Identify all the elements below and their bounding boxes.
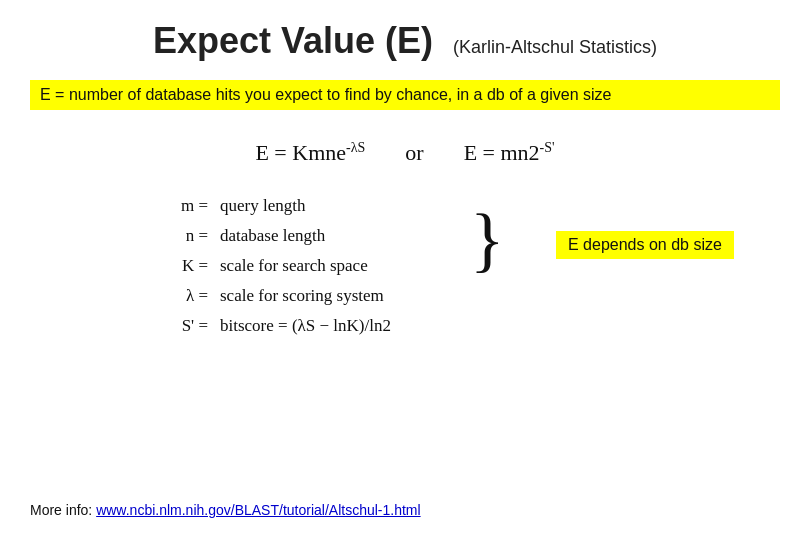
def-key-3: λ = xyxy=(160,286,220,306)
curly-brace-icon: } xyxy=(470,203,505,275)
def-val-2: scale for search space xyxy=(220,256,440,276)
highlight-bar: E = number of database hits you expect t… xyxy=(30,80,780,110)
more-info-prefix: More info: xyxy=(30,502,96,518)
depends-box: E depends on db size xyxy=(556,231,734,259)
def-val-1: database length xyxy=(220,226,440,246)
formula1: E = Kmne-λS xyxy=(255,140,365,166)
or-text: or xyxy=(405,140,423,166)
formula2-superscript: -S' xyxy=(540,140,555,155)
def-val-4: bitscore = (λS − lnK)/ln2 xyxy=(220,316,440,336)
formula2: E = mn2-S' xyxy=(464,140,555,166)
definitions-table: m =query lengthn =database lengthK =scal… xyxy=(160,196,440,336)
subtitle: (Karlin-Altschul Statistics) xyxy=(453,37,657,58)
def-key-2: K = xyxy=(160,256,220,276)
brace-depends-group: } E depends on db size xyxy=(470,221,650,301)
def-key-0: m = xyxy=(160,196,220,216)
def-val-3: scale for scoring system xyxy=(220,286,440,306)
more-info-link[interactable]: www.ncbi.nlm.nih.gov/BLAST/tutorial/Alts… xyxy=(96,502,420,518)
def-key-1: n = xyxy=(160,226,220,246)
formula1-superscript: -λS xyxy=(346,140,365,155)
def-key-4: S' = xyxy=(160,316,220,336)
definitions-section: m =query lengthn =database lengthK =scal… xyxy=(30,196,780,336)
more-info: More info: www.ncbi.nlm.nih.gov/BLAST/tu… xyxy=(30,502,421,518)
def-val-0: query length xyxy=(220,196,440,216)
formula-row: E = Kmne-λS or E = mn2-S' xyxy=(30,140,780,166)
title-row: Expect Value (E) (Karlin-Altschul Statis… xyxy=(30,20,780,62)
main-title: Expect Value (E) xyxy=(153,20,433,62)
page-container: Expect Value (E) (Karlin-Altschul Statis… xyxy=(0,0,810,540)
